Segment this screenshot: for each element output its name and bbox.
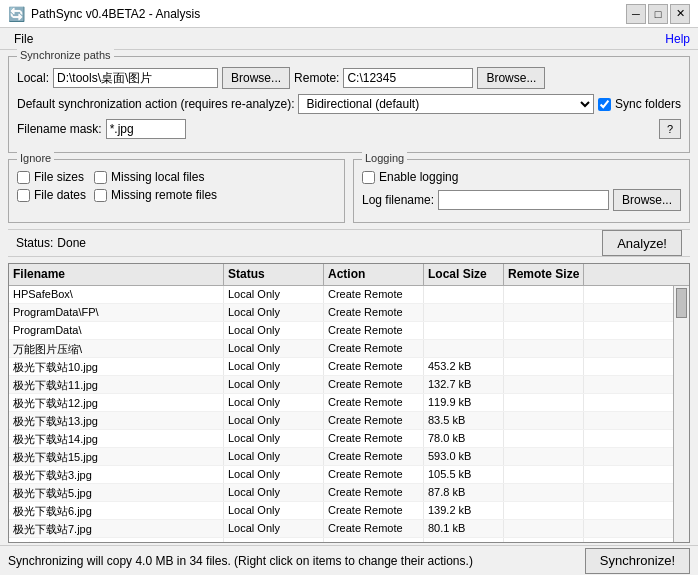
table-row[interactable]: 极光下载站7.jpg Local Only Create Remote 80.1… xyxy=(9,520,673,538)
col-header-status: Status xyxy=(224,264,324,285)
cell-action: Create Remote xyxy=(324,376,424,393)
table-row[interactable]: 极光下载站8.jpg Local Only Create Remote 86.5… xyxy=(9,538,673,542)
cell-status: Local Only xyxy=(224,430,324,447)
status-value: Done xyxy=(57,236,86,250)
file-sizes-label: File sizes xyxy=(34,170,84,184)
list-body[interactable]: HPSafeBox\ Local Only Create Remote Prog… xyxy=(9,286,673,542)
log-filename-input[interactable] xyxy=(438,190,609,210)
sync-folders-checkbox[interactable] xyxy=(598,98,611,111)
cell-remotesize xyxy=(504,412,584,429)
table-row[interactable]: ProgramData\ Local Only Create Remote xyxy=(9,322,673,340)
cell-remotesize xyxy=(504,376,584,393)
window-title: PathSync v0.4BETA2 - Analysis xyxy=(31,7,200,21)
cell-localsize xyxy=(424,322,504,339)
cell-action: Create Remote xyxy=(324,340,424,357)
ignore-group: Ignore File sizes File dates Missing xyxy=(8,159,345,223)
close-button[interactable]: ✕ xyxy=(670,4,690,24)
local-label: Local: xyxy=(17,71,49,85)
cell-remotesize xyxy=(504,430,584,447)
col-header-remotesize: Remote Size xyxy=(504,264,584,285)
default-action-select[interactable]: Bidirectional (default)Local to RemoteRe… xyxy=(298,94,594,114)
menu-help[interactable]: Help xyxy=(665,32,690,46)
local-path-input[interactable] xyxy=(53,68,218,88)
cell-action: Create Remote xyxy=(324,412,424,429)
file-sizes-checkbox[interactable] xyxy=(17,171,30,184)
cell-status: Local Only xyxy=(224,358,324,375)
cell-action: Create Remote xyxy=(324,358,424,375)
browse-remote-button[interactable]: Browse... xyxy=(477,67,545,89)
cell-status: Local Only xyxy=(224,538,324,542)
cell-localsize: 86.5 kB xyxy=(424,538,504,542)
log-filename-row: Log filename: Browse... xyxy=(362,189,681,211)
app-icon: 🔄 xyxy=(8,6,25,22)
analyze-button[interactable]: Analyze! xyxy=(602,230,682,256)
table-row[interactable]: 万能图片压缩\ Local Only Create Remote xyxy=(9,340,673,358)
cell-localsize xyxy=(424,286,504,303)
table-row[interactable]: ProgramData\FP\ Local Only Create Remote xyxy=(9,304,673,322)
maximize-button[interactable]: □ xyxy=(648,4,668,24)
filename-mask-input[interactable] xyxy=(106,119,186,139)
status-label: Status: xyxy=(16,236,53,250)
missing-local-label: Missing local files xyxy=(111,170,204,184)
table-row[interactable]: 极光下载站12.jpg Local Only Create Remote 119… xyxy=(9,394,673,412)
filename-mask-row: Filename mask: ? xyxy=(17,119,681,139)
cell-localsize: 132.7 kB xyxy=(424,376,504,393)
table-row[interactable]: 极光下载站3.jpg Local Only Create Remote 105.… xyxy=(9,466,673,484)
cell-filename: 极光下载站13.jpg xyxy=(9,412,224,429)
cell-filename: 万能图片压缩\ xyxy=(9,340,224,357)
minimize-button[interactable]: ─ xyxy=(626,4,646,24)
table-row[interactable]: 极光下载站6.jpg Local Only Create Remote 139.… xyxy=(9,502,673,520)
remote-path-input[interactable] xyxy=(343,68,473,88)
cell-remotesize xyxy=(504,322,584,339)
file-dates-checkbox[interactable] xyxy=(17,189,30,202)
cell-filename: 极光下载站10.jpg xyxy=(9,358,224,375)
table-row[interactable]: 极光下载站13.jpg Local Only Create Remote 83.… xyxy=(9,412,673,430)
col-header-action: Action xyxy=(324,264,424,285)
cell-status: Local Only xyxy=(224,286,324,303)
table-row[interactable]: 极光下载站15.jpg Local Only Create Remote 593… xyxy=(9,448,673,466)
table-row[interactable]: 极光下载站10.jpg Local Only Create Remote 453… xyxy=(9,358,673,376)
cell-status: Local Only xyxy=(224,376,324,393)
cell-localsize: 453.2 kB xyxy=(424,358,504,375)
scrollbar[interactable] xyxy=(673,286,689,542)
cell-remotesize xyxy=(504,520,584,537)
browse-local-button[interactable]: Browse... xyxy=(222,67,290,89)
missing-remote-label: Missing remote files xyxy=(111,188,217,202)
cell-status: Local Only xyxy=(224,304,324,321)
cell-filename: ProgramData\FP\ xyxy=(9,304,224,321)
table-row[interactable]: HPSafeBox\ Local Only Create Remote xyxy=(9,286,673,304)
cell-action: Create Remote xyxy=(324,322,424,339)
cell-filename: 极光下载站8.jpg xyxy=(9,538,224,542)
cell-remotesize xyxy=(504,448,584,465)
cell-action: Create Remote xyxy=(324,286,424,303)
sync-paths-title: Synchronize paths xyxy=(17,49,114,61)
filename-mask-label: Filename mask: xyxy=(17,122,102,136)
table-row[interactable]: 极光下载站11.jpg Local Only Create Remote 132… xyxy=(9,376,673,394)
sync-folders-label: Sync folders xyxy=(615,97,681,111)
table-row[interactable]: 极光下载站14.jpg Local Only Create Remote 78.… xyxy=(9,430,673,448)
bottom-bar: Synchronizing will copy 4.0 MB in 34 fil… xyxy=(0,545,698,575)
synchronize-button[interactable]: Synchronize! xyxy=(585,548,690,574)
cell-action: Create Remote xyxy=(324,448,424,465)
browse-log-button[interactable]: Browse... xyxy=(613,189,681,211)
enable-logging-checkbox[interactable] xyxy=(362,171,375,184)
cell-filename: ProgramData\ xyxy=(9,322,224,339)
main-content: Synchronize paths Local: Browse... Remot… xyxy=(0,50,698,263)
missing-remote-checkbox[interactable] xyxy=(94,189,107,202)
cell-localsize: 119.9 kB xyxy=(424,394,504,411)
cell-localsize: 80.1 kB xyxy=(424,520,504,537)
cell-filename: 极光下载站14.jpg xyxy=(9,430,224,447)
cell-filename: 极光下载站12.jpg xyxy=(9,394,224,411)
cell-localsize: 593.0 kB xyxy=(424,448,504,465)
sync-paths-group: Synchronize paths Local: Browse... Remot… xyxy=(8,56,690,153)
menu-file[interactable]: File xyxy=(8,30,39,48)
cell-status: Local Only xyxy=(224,466,324,483)
menu-bar: File Help xyxy=(0,28,698,50)
cell-filename: 极光下载站6.jpg xyxy=(9,502,224,519)
enable-logging-label: Enable logging xyxy=(379,170,458,184)
table-row[interactable]: 极光下载站5.jpg Local Only Create Remote 87.8… xyxy=(9,484,673,502)
cell-action: Create Remote xyxy=(324,484,424,501)
help-button[interactable]: ? xyxy=(659,119,681,139)
cell-status: Local Only xyxy=(224,502,324,519)
missing-local-checkbox[interactable] xyxy=(94,171,107,184)
